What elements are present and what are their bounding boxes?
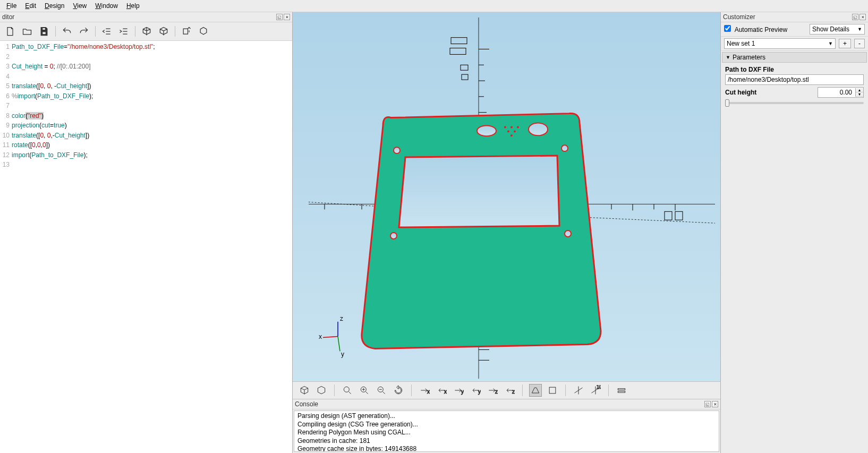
svg-point-40 [561, 145, 568, 151]
svg-point-43 [477, 125, 496, 136]
viewport-3d[interactable]: x y z [293, 12, 720, 381]
menu-edit[interactable]: Edit [22, 1, 39, 11]
console-output[interactable]: Parsing design (AST generation)...Compil… [294, 411, 719, 452]
reset-view-icon[interactable] [392, 384, 405, 397]
auto-preview-row: Automatic Preview Show Details ▼ [721, 22, 868, 37]
svg-rect-1 [42, 32, 46, 35]
open-icon[interactable] [21, 25, 33, 37]
param-cut-row: Cut height 0.00 ▲ ▼ [721, 86, 868, 99]
perspective-icon[interactable] [529, 384, 542, 397]
zoom-all-icon[interactable] [341, 384, 354, 397]
console-panel: Console ◱ ✕ Parsing design (AST generati… [293, 399, 720, 453]
svg-rect-0 [42, 28, 46, 30]
editor-undock-icon[interactable]: ◱ [276, 14, 283, 20]
auto-preview-checkbox-label[interactable]: Automatic Preview [724, 25, 806, 33]
customizer-panel: Customizer ◱ ✕ Automatic Preview Show De… [720, 12, 868, 453]
undo-icon[interactable] [61, 25, 73, 37]
param-path-row: Path to DXF File [721, 64, 868, 86]
preset-row: New set 1 ▼ + - [721, 37, 868, 51]
render-icon[interactable] [158, 25, 169, 37]
chevron-down-icon: ▼ [857, 27, 862, 32]
customizer-undock-icon[interactable]: ◱ [852, 14, 858, 20]
param-path-input[interactable] [725, 74, 864, 85]
preset-select[interactable]: New set 1 ▼ [724, 38, 836, 49]
menubar: File Edit Design View Window Help [0, 0, 868, 12]
code-lines[interactable]: Path_to_DXF_File="/home/none3/Desktop/to… [12, 41, 292, 453]
param-cut-slider[interactable] [725, 102, 864, 104]
param-cut-input[interactable]: 0.00 ▲ ▼ [818, 87, 864, 98]
chevron-down-icon: ▼ [726, 55, 730, 60]
line-number-gutter: 12345678910111213 [0, 41, 12, 453]
menu-view[interactable]: View [70, 1, 90, 11]
console-undock-icon[interactable]: ◱ [704, 401, 711, 407]
send-icon[interactable] [181, 25, 192, 37]
svg-point-39 [394, 147, 400, 153]
auto-preview-checkbox[interactable] [724, 25, 731, 32]
scale-marker-icon[interactable]: 10 [589, 384, 602, 397]
customizer-close-icon[interactable]: ✕ [860, 14, 866, 20]
preview-icon[interactable] [141, 25, 152, 37]
save-icon[interactable] [38, 25, 50, 37]
menu-window[interactable]: Window [92, 1, 121, 11]
axes-toggle-icon[interactable] [572, 384, 585, 397]
indent-icon[interactable] [118, 25, 130, 37]
main-area: ditor ◱ ✕ 12345678910111213 Path_ [0, 12, 868, 453]
svg-point-48 [507, 130, 509, 132]
code-editor[interactable]: 12345678910111213 Path_to_DXF_File="/hom… [0, 41, 292, 453]
detail-select[interactable]: Show Details ▼ [810, 24, 865, 35]
svg-point-47 [517, 126, 519, 128]
middle-panel: x y z x x y y z z [293, 12, 720, 453]
view-bottom-icon[interactable]: z [503, 384, 516, 397]
editor-toolbar [0, 22, 292, 41]
menu-help[interactable]: Help [123, 1, 143, 11]
preview-cube-icon[interactable] [298, 384, 311, 397]
toolbar-sep [55, 26, 56, 37]
svg-text:x: x [444, 389, 447, 395]
svg-point-46 [510, 126, 513, 128]
svg-rect-66 [618, 391, 625, 393]
orthographic-icon[interactable] [546, 384, 559, 397]
editor-title-bar: ditor ◱ ✕ [0, 12, 292, 22]
render-cube-icon[interactable] [315, 384, 328, 397]
view-right-icon[interactable]: x [418, 384, 431, 397]
svg-point-44 [529, 123, 548, 136]
svg-text:z: z [512, 389, 515, 395]
view-front-icon[interactable]: y [469, 384, 482, 397]
unindent-icon[interactable] [101, 25, 113, 37]
view-top-icon[interactable]: z [486, 384, 499, 397]
redo-icon[interactable] [78, 25, 90, 37]
view-back-icon[interactable]: y [452, 384, 465, 397]
menu-file[interactable]: File [3, 1, 20, 11]
viewport-svg: x y z [293, 12, 720, 381]
view-left-icon[interactable]: x [435, 384, 448, 397]
svg-point-42 [565, 230, 571, 237]
svg-text:y: y [478, 389, 481, 395]
menu-design[interactable]: Design [41, 1, 67, 11]
export-icon[interactable] [198, 25, 209, 37]
parameters-section-header[interactable]: ▼ Parameters [722, 52, 867, 63]
slider-thumb[interactable] [725, 99, 729, 107]
console-close-icon[interactable]: ✕ [712, 401, 718, 407]
svg-text:y: y [461, 389, 464, 395]
spin-down-icon[interactable]: ▼ [856, 92, 863, 97]
svg-point-50 [510, 134, 513, 136]
editor-close-icon[interactable]: ✕ [284, 14, 290, 20]
svg-point-41 [390, 233, 397, 239]
preset-remove-button[interactable]: - [854, 39, 865, 48]
axis-y-label: y [341, 351, 344, 358]
param-path-label: Path to DXF File [725, 65, 864, 74]
svg-rect-65 [618, 389, 625, 390]
svg-point-45 [504, 126, 506, 128]
toolbar-sep [95, 26, 96, 37]
zoom-out-icon[interactable] [375, 384, 388, 397]
preset-add-button[interactable]: + [839, 39, 851, 48]
console-title: Console [295, 400, 318, 408]
console-title-bar: Console ◱ ✕ [293, 399, 720, 409]
view-toolbar: x x y y z z 10 [293, 381, 720, 399]
edges-toggle-icon[interactable] [615, 384, 628, 397]
new-icon[interactable] [4, 25, 16, 37]
spin-up-icon[interactable]: ▲ [856, 88, 863, 92]
customizer-title-bar: Customizer ◱ ✕ [721, 12, 868, 22]
editor-panel: ditor ◱ ✕ 12345678910111213 Path_ [0, 12, 293, 453]
zoom-in-icon[interactable] [358, 384, 371, 397]
